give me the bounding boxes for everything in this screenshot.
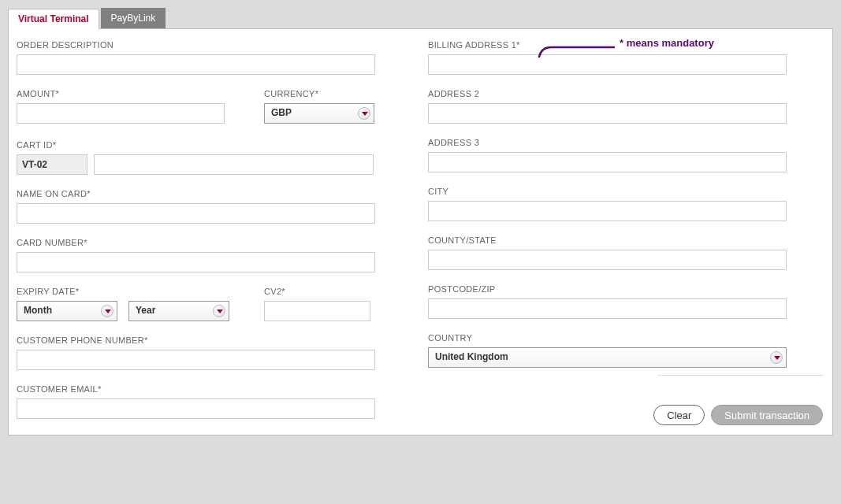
tab-paybylink[interactable]: PayByLink (101, 8, 166, 28)
card-number-input[interactable] (17, 252, 375, 272)
label-name-on-card: NAME ON CARD* (17, 189, 428, 198)
address-3-input[interactable] (428, 152, 787, 172)
expiry-year-select[interactable]: Year (128, 301, 229, 321)
name-on-card-input[interactable] (17, 203, 375, 224)
amount-input[interactable] (17, 103, 225, 124)
chevron-down-icon (213, 305, 225, 317)
label-address-2: ADDRESS 2 (428, 89, 791, 98)
label-card-number: CARD NUMBER* (17, 238, 428, 247)
expiry-year-value: Year (136, 305, 155, 316)
address-2-input[interactable] (428, 103, 787, 124)
chevron-down-icon (770, 351, 783, 364)
label-currency: CURRENCY* (264, 89, 374, 98)
tab-virtual-terminal[interactable]: Virtual Terminal (8, 9, 99, 29)
currency-select-value: GBP (271, 107, 292, 118)
chevron-down-icon (358, 107, 370, 120)
submit-transaction-button[interactable]: Submit transaction (711, 405, 823, 425)
cart-id-prefix (17, 154, 87, 175)
label-city: CITY (428, 187, 791, 196)
label-customer-phone: CUSTOMER PHONE NUMBER* (17, 335, 428, 345)
postcode-zip-input[interactable] (428, 298, 787, 319)
clear-button[interactable]: Clear (653, 405, 705, 425)
label-order-description: ORDER DESCRIPTION (17, 40, 428, 50)
country-select[interactable]: United Kingdom (428, 347, 787, 368)
label-postcode-zip: POSTCODE/ZIP (428, 284, 791, 294)
label-billing-address-1: BILLING ADDRESS 1* (428, 40, 791, 50)
county-state-input[interactable] (428, 250, 787, 270)
billing-address-1-input[interactable] (428, 54, 787, 75)
actions-divider (657, 375, 823, 376)
cv2-input[interactable] (264, 301, 370, 321)
customer-phone-input[interactable] (17, 350, 375, 370)
label-country: COUNTRY (428, 333, 791, 343)
expiry-month-value: Month (24, 305, 52, 316)
label-cv2: CV2* (264, 287, 370, 296)
mandatory-hint: * means mandatory (620, 37, 714, 49)
label-expiry-date: EXPIRY DATE* (17, 287, 229, 296)
cart-id-input[interactable] (94, 154, 374, 175)
order-description-input[interactable] (17, 54, 375, 75)
customer-email-input[interactable] (17, 398, 375, 419)
label-amount: AMOUNT* (17, 89, 225, 98)
chevron-down-icon (101, 305, 113, 317)
label-county-state: COUNTY/STATE (428, 235, 791, 245)
country-select-value: United Kingdom (435, 351, 508, 362)
label-cart-id: CART ID* (17, 140, 428, 150)
label-customer-email: CUSTOMER EMAIL* (17, 384, 428, 394)
form-panel: * means mandatory ORDER DESCRIPTION AMOU… (8, 28, 833, 435)
label-address-3: ADDRESS 3 (428, 138, 791, 147)
expiry-month-select[interactable]: Month (17, 301, 117, 321)
currency-select[interactable]: GBP (264, 103, 374, 124)
city-input[interactable] (428, 201, 787, 221)
